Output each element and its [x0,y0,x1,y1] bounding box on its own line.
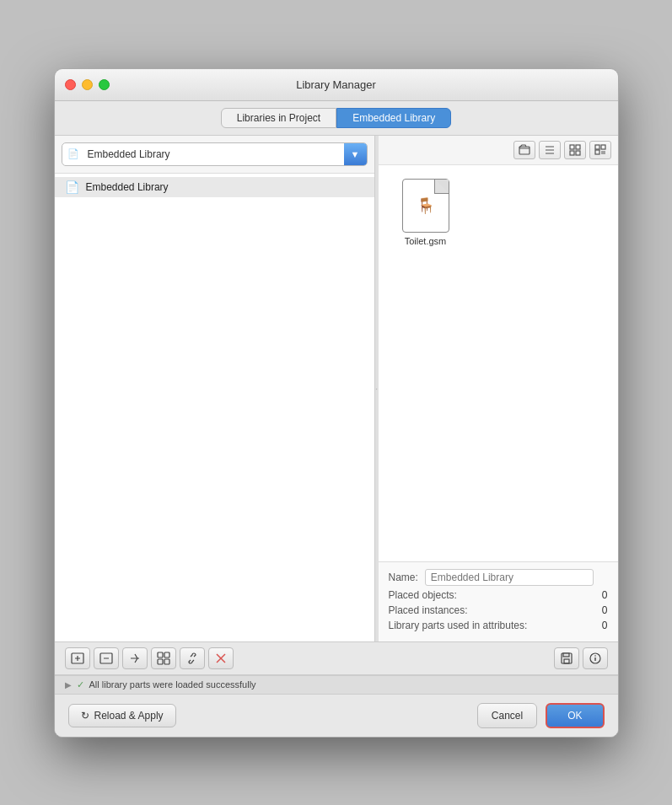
left-panel: 📄 Embedded Library ▼ 📄 Embedded Library [55,136,375,641]
library-manager-window: Library Manager Libraries in Project Emb… [54,68,619,738]
action-buttons-right [554,647,608,669]
action-btn-add[interactable] [65,647,90,669]
name-label: Name: [389,572,418,583]
svg-point-26 [594,655,596,657]
library-dropdown-text: Embedded Library [84,145,344,164]
titlebar: Library Manager [55,69,618,101]
view-btn-details[interactable] [589,141,611,159]
footer-right-buttons: Cancel OK [477,703,605,728]
status-arrow-icon: ▶ [65,680,72,690]
library-parts-row: Library parts used in attributes: 0 [389,620,608,631]
library-parts-value: 0 [602,620,608,631]
cancel-button[interactable]: Cancel [477,703,537,728]
reload-apply-button[interactable]: ↻ Reload & Apply [68,704,176,727]
dropdown-arrow-button[interactable]: ▼ [344,143,367,165]
right-panel: 🪑 Toilet.gsm Name: Placed objects: 0 [379,136,618,641]
svg-rect-23 [563,653,569,657]
svg-rect-4 [570,145,574,149]
library-list: 📄 Embedded Library [55,174,374,641]
placed-instances-label: Placed instances: [389,604,468,616]
svg-rect-5 [576,145,580,149]
action-btn-expand[interactable] [122,647,148,669]
name-input[interactable] [425,569,594,586]
bottom-toolbar [55,641,618,674]
placed-objects-value: 0 [602,589,608,601]
placed-objects-row: Placed objects: 0 [389,589,608,601]
svg-rect-22 [564,659,569,663]
footer-row: ↻ Reload & Apply Cancel OK [55,694,618,737]
placed-instances-value: 0 [602,604,608,616]
list-item-label: Embedded Library [86,181,169,193]
content-area: 📄 Embedded Library ▼ 📄 Embedded Library [55,136,618,737]
svg-rect-6 [570,151,574,155]
view-toolbar [379,136,618,165]
list-item-embedded-library[interactable]: 📄 Embedded Library [55,177,374,197]
file-name-label: Toilet.gsm [405,236,447,246]
svg-rect-9 [601,145,605,149]
action-buttons-left [65,647,234,669]
svg-rect-8 [595,145,599,149]
list-item-icon: 📄 [65,180,79,194]
svg-rect-18 [164,659,169,664]
tab-libraries-in-project[interactable]: Libraries in Project [221,108,336,128]
file-icon: 🪑 [402,179,449,233]
dropdown-row: 📄 Embedded Library ▼ [55,136,374,174]
svg-rect-15 [158,652,163,657]
reload-icon: ↻ [81,710,89,722]
status-message: All library parts were loaded successful… [89,679,256,690]
action-btn-remove[interactable] [94,647,119,669]
svg-rect-12 [595,150,599,154]
library-dropdown-icon: 📄 [62,145,84,163]
library-dropdown-wrapper[interactable]: 📄 Embedded Library ▼ [62,142,368,166]
placed-instances-row: Placed instances: 0 [389,604,608,616]
traffic-lights [65,79,110,90]
view-btn-folder[interactable] [513,141,535,159]
ok-button[interactable]: OK [546,703,604,728]
main-row: 📄 Embedded Library ▼ 📄 Embedded Library [55,136,618,641]
file-item-toilet-gsm[interactable]: 🪑 Toilet.gsm [392,179,460,246]
placed-objects-label: Placed objects: [389,589,457,601]
file-icon-symbol: 🪑 [417,196,435,215]
view-btn-list[interactable] [539,141,561,159]
tab-bar: Libraries in Project Embedded Library [55,101,618,136]
reload-label: Reload & Apply [94,710,164,722]
view-btn-grid[interactable] [564,141,586,159]
library-parts-label: Library parts used in attributes: [389,620,528,631]
maximize-button[interactable] [99,79,110,90]
minimize-button[interactable] [82,79,93,90]
window-title: Library Manager [296,78,376,91]
action-btn-info[interactable] [583,647,608,669]
svg-rect-7 [576,151,580,155]
tab-embedded-library[interactable]: Embedded Library [336,108,451,128]
close-button[interactable] [65,79,76,90]
file-area: 🪑 Toilet.gsm [379,165,618,561]
action-btn-unlink[interactable] [180,647,205,669]
action-btn-save[interactable] [554,647,579,669]
svg-rect-17 [158,659,163,664]
svg-rect-0 [519,147,530,154]
status-check-icon: ✓ [77,679,84,690]
action-btn-merge[interactable] [151,647,176,669]
info-panel: Name: Placed objects: 0 Placed instances… [379,561,618,641]
action-btn-delete[interactable] [208,647,234,669]
svg-rect-16 [164,652,169,657]
status-bar: ▶ ✓ All library parts were loaded succes… [55,675,618,694]
info-name-row: Name: [389,569,608,586]
